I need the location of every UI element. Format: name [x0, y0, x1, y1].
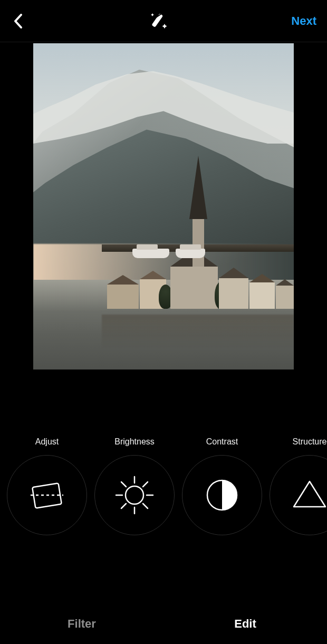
svg-line-11 [121, 482, 126, 487]
adjust-icon [26, 475, 68, 516]
edit-tools-strip[interactable]: Adjust Brightness [0, 437, 327, 535]
photo-preview[interactable] [33, 43, 294, 370]
svg-marker-2 [162, 24, 167, 29]
tool-label: Brightness [114, 437, 155, 448]
contrast-icon [204, 477, 241, 514]
auto-enhance-button[interactable] [148, 11, 169, 32]
tool-structure[interactable]: Structure [266, 437, 327, 535]
brightness-icon [112, 472, 157, 518]
magic-wand-icon [149, 11, 169, 31]
svg-marker-16 [294, 481, 325, 507]
svg-rect-0 [151, 13, 163, 27]
tool-label: Structure [293, 437, 327, 448]
chevron-left-icon [13, 13, 24, 29]
back-button[interactable] [11, 13, 26, 29]
header: Next [0, 0, 327, 42]
svg-line-13 [143, 482, 148, 487]
svg-line-12 [143, 504, 148, 508]
tool-circle [94, 455, 175, 535]
tool-label: Adjust [35, 437, 59, 448]
photo-preview-area [0, 42, 327, 370]
next-button[interactable]: Next [291, 14, 316, 28]
svg-marker-3 [151, 13, 154, 16]
structure-icon [290, 475, 327, 515]
tool-circle [182, 455, 262, 535]
bottom-tabs: Filter Edit [0, 608, 327, 640]
tool-contrast[interactable]: Contrast [178, 437, 266, 535]
svg-line-14 [121, 504, 126, 508]
tool-adjust[interactable]: Adjust [3, 437, 91, 535]
tab-filter[interactable]: Filter [0, 608, 164, 640]
tab-edit[interactable]: Edit [164, 608, 327, 640]
tool-label: Contrast [206, 437, 238, 448]
tool-circle [270, 455, 327, 535]
svg-point-6 [126, 486, 143, 504]
tool-brightness[interactable]: Brightness [91, 437, 178, 535]
tool-circle [7, 455, 87, 535]
